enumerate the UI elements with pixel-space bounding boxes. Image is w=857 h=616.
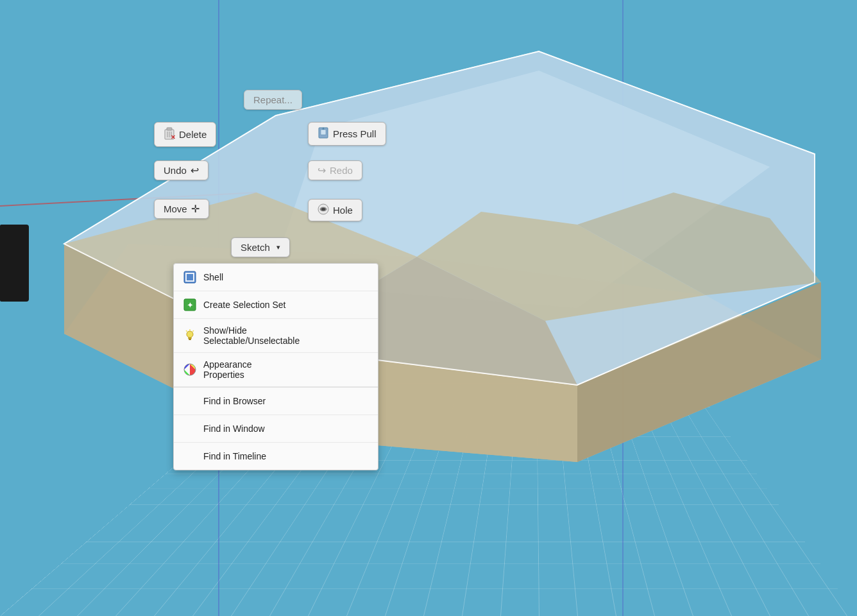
sketch-chevron-icon: ▾	[276, 243, 280, 252]
svg-point-22	[321, 208, 325, 210]
repeat-label: Repeat...	[253, 94, 293, 105]
find-window-label: Find in Window	[203, 424, 369, 434]
svg-line-31	[192, 330, 194, 332]
sketch-dropdown-button[interactable]: Sketch ▾	[231, 237, 290, 257]
context-menu-find-window[interactable]: Find in Window	[174, 415, 378, 443]
find-window-icon	[183, 422, 197, 436]
context-menu-create-selection-set[interactable]: ✦ Create Selection Set	[174, 291, 378, 319]
context-menu-find-timeline[interactable]: Find in Timeline	[174, 443, 378, 470]
find-timeline-label: Find in Timeline	[203, 451, 369, 461]
shell-icon	[183, 270, 197, 284]
find-browser-label: Find in Browser	[203, 396, 369, 406]
svg-text:✕: ✕	[171, 134, 175, 141]
delete-icon: ✕	[164, 126, 175, 142]
appearance-icon	[183, 363, 197, 377]
move-button[interactable]: Move ✛	[154, 199, 209, 219]
undo-button[interactable]: Undo ↩	[154, 160, 208, 180]
undo-icon: ↩	[191, 166, 199, 176]
undo-label: Undo	[164, 165, 187, 176]
shell-label: Shell	[203, 272, 369, 282]
delete-button[interactable]: ✕ Delete	[154, 122, 216, 147]
redo-icon: ↪	[318, 166, 326, 176]
selection-set-icon: ✦	[183, 298, 197, 312]
sketch-label: Sketch	[241, 242, 270, 253]
bulb-icon	[183, 329, 197, 343]
delete-label: Delete	[179, 129, 207, 140]
svg-rect-12	[167, 128, 172, 130]
hole-button[interactable]: Hole	[308, 199, 362, 221]
find-browser-icon	[183, 394, 197, 408]
3d-shape	[0, 0, 857, 616]
press-pull-button[interactable]: Press Pull	[308, 122, 386, 146]
context-menu-find-browser[interactable]: Find in Browser	[174, 387, 378, 415]
press-pull-icon	[318, 126, 329, 141]
redo-button[interactable]: ↪ Redo	[308, 160, 362, 180]
context-menu: Shell ✦ Create Selection Set	[173, 263, 378, 470]
show-hide-label: Show/HideSelectable/Unselectable	[203, 325, 369, 346]
svg-line-32	[186, 330, 187, 332]
press-pull-label: Press Pull	[333, 128, 377, 139]
3d-viewport[interactable]: Repeat... ✕ Delete	[0, 0, 857, 616]
hole-icon	[318, 203, 329, 217]
create-selection-set-label: Create Selection Set	[203, 300, 369, 310]
redo-label: Redo	[330, 165, 353, 176]
svg-rect-29	[189, 339, 191, 340]
move-icon: ✛	[191, 204, 199, 214]
hole-label: Hole	[333, 205, 353, 216]
context-menu-appearance-properties[interactable]: AppearanceProperties	[174, 353, 378, 387]
svg-rect-28	[188, 338, 192, 339]
svg-text:✦: ✦	[187, 300, 194, 310]
svg-point-27	[187, 331, 193, 338]
side-panel	[0, 225, 29, 302]
move-label: Move	[164, 203, 187, 214]
find-timeline-icon	[183, 449, 197, 463]
context-menu-shell[interactable]: Shell	[174, 264, 378, 291]
repeat-button[interactable]: Repeat...	[244, 90, 302, 110]
svg-rect-18	[321, 130, 326, 135]
context-menu-show-hide[interactable]: Show/HideSelectable/Unselectable	[174, 319, 378, 353]
appearance-properties-label: AppearanceProperties	[203, 359, 369, 380]
